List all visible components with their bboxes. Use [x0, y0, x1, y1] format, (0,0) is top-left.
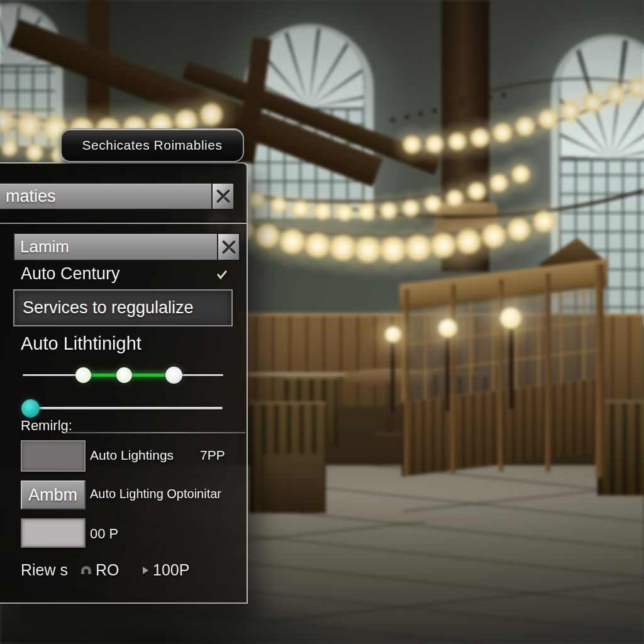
arch-icon	[81, 566, 91, 574]
row1-color-swatch[interactable]	[21, 440, 86, 472]
close-icon[interactable]	[211, 184, 233, 209]
lighting-section-label: Auto Lithtinight	[21, 333, 142, 354]
lamp-dropdown-field[interactable]: Lamim	[13, 233, 240, 261]
section-divider	[0, 223, 247, 224]
row2-label: Auto Lighting Optoinitar	[90, 487, 221, 501]
range-slider[interactable]	[0, 364, 248, 389]
auto-century-label: Auto Century	[21, 264, 120, 284]
settings-panel: maties Lamim Auto Century Services to re…	[0, 162, 248, 604]
range-slider-handle-3[interactable]	[165, 367, 182, 384]
triangle-right-icon	[143, 567, 148, 574]
tooltip-button[interactable]: Sechicates Roimablies	[60, 128, 244, 162]
top-dropdown-value: maties	[0, 187, 211, 206]
range-slider-handle-1[interactable]	[75, 367, 91, 383]
top-dropdown-field[interactable]: maties	[0, 182, 235, 210]
remirlg-label: Remirlg:	[21, 418, 72, 434]
ambm-button[interactable]: Ambm	[21, 480, 86, 509]
row3-color-swatch[interactable]	[21, 518, 86, 548]
lamp-dropdown-value: Lamim	[14, 237, 217, 257]
tooltip-label: Sechicates Roimablies	[82, 138, 223, 153]
ambm-button-label: Ambm	[28, 486, 77, 505]
close-icon[interactable]	[217, 234, 239, 260]
services-value: Services to reggulalize	[23, 298, 194, 318]
row1-value: 7PP	[200, 448, 225, 463]
resolution-label: 100P	[153, 561, 189, 579]
auto-century-row[interactable]: Auto Century	[0, 263, 248, 287]
row1-label: Auto Lightings	[90, 448, 174, 463]
views-label: Riew s	[21, 561, 68, 579]
row3-label: 00 P	[90, 526, 118, 542]
services-input[interactable]: Services to reggulalize	[13, 289, 233, 326]
screenshot-root: Sechicates Roimablies maties Lamim Auto …	[0, 0, 644, 644]
range-slider-handle-2[interactable]	[116, 367, 132, 383]
remirlg-rule	[65, 432, 245, 433]
ro-label: RO	[96, 561, 119, 579]
check-icon	[217, 267, 227, 280]
resolution-toggle[interactable]: 100P	[143, 561, 189, 579]
ro-toggle[interactable]: RO	[81, 561, 119, 579]
level-slider-track[interactable]	[31, 407, 223, 409]
level-slider-handle[interactable]	[21, 399, 40, 418]
